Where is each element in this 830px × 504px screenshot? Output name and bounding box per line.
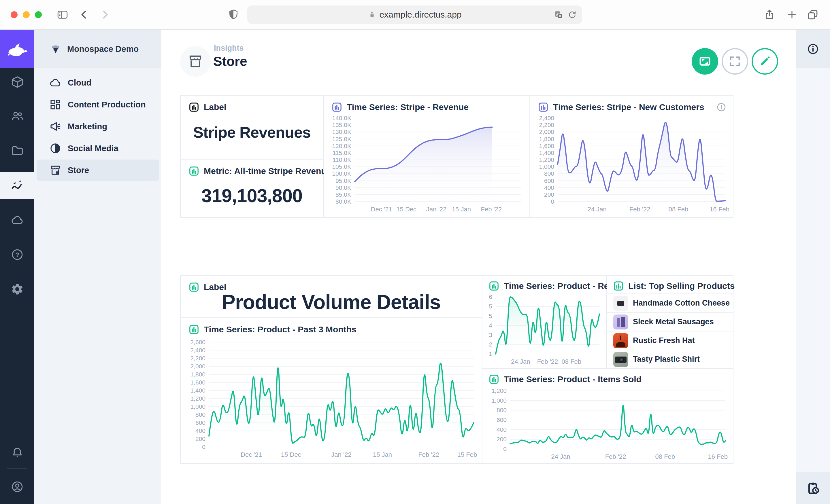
sidebar-toggle-icon[interactable]: [56, 9, 69, 21]
pie-chart-icon: [49, 142, 61, 155]
module-content[interactable]: [0, 68, 34, 96]
panel-info-icon[interactable]: [716, 102, 727, 112]
svg-text:400: 400: [195, 427, 205, 434]
megaphone-icon: [49, 121, 61, 132]
svg-text:95.0K: 95.0K: [336, 177, 351, 184]
cloud-icon: [49, 77, 61, 89]
panel-title: Metric: All-time Stripe Revenues: [204, 166, 336, 176]
svg-text:15 Feb: 15 Feb: [457, 451, 477, 458]
sidebar-item-cloud[interactable]: Cloud: [37, 72, 159, 93]
svg-text:5: 5: [489, 312, 492, 319]
module-insights[interactable]: [0, 172, 34, 199]
share-icon[interactable]: [763, 8, 776, 21]
list-item-product[interactable]: Tasty Plastic Shirt: [607, 349, 733, 368]
metric-value: 319,103,800: [181, 185, 323, 206]
module-settings[interactable]: [0, 275, 34, 303]
breadcrumb[interactable]: Insights: [214, 44, 244, 53]
account-button[interactable]: [0, 473, 34, 501]
fullscreen-button[interactable]: [722, 48, 748, 75]
panel-time-series-past-3-months[interactable]: Time Series: Product - Past 3 Months 2,6…: [181, 318, 482, 463]
tab-overview-icon[interactable]: [806, 8, 819, 21]
panel-type-icon: [538, 101, 549, 113]
activity-log-button[interactable]: [796, 472, 830, 504]
shield-icon[interactable]: [227, 8, 240, 21]
new-tab-icon[interactable]: [786, 9, 798, 21]
panel-metric-all-time-revenues[interactable]: Metric: All-time Stripe Revenues 319,103…: [181, 160, 323, 217]
insights-icon: [11, 179, 24, 192]
label-text: Stripe Revenues: [181, 123, 323, 141]
sidebar-item-social-media[interactable]: Social Media: [37, 138, 159, 159]
list-item-product[interactable]: Rustic Fresh Hat: [607, 331, 733, 349]
panel-time-series-new-customers[interactable]: Time Series: Stripe - New Customers 2,40…: [530, 96, 733, 217]
panel-time-series-items-sold[interactable]: Time Series: Product - Items Sold 1,2001…: [482, 369, 733, 463]
window-minimize-button[interactable]: [23, 11, 30, 18]
sidebar-item-store[interactable]: Store: [37, 160, 159, 181]
module-user-directory[interactable]: [0, 102, 34, 130]
product-thumbnail: [613, 333, 628, 348]
panel-label-stripe-revenues[interactable]: Label Stripe Revenues: [181, 96, 323, 159]
gear-icon: [11, 282, 24, 296]
project-header[interactable]: Monospace Demo: [34, 30, 161, 68]
svg-text:3: 3: [489, 332, 492, 338]
panel-time-series-restocks[interactable]: Time Series: Product - Restocks 65543212…: [482, 276, 606, 368]
screen: example.directus.app A: [0, 0, 830, 504]
svg-text:1,800: 1,800: [190, 371, 205, 377]
pencil-icon: [759, 55, 771, 68]
notifications-button[interactable]: [0, 439, 34, 467]
list-item-product[interactable]: Sleek Metal Sausages: [607, 312, 733, 331]
svg-text:Feb '22: Feb '22: [605, 453, 626, 460]
svg-text:0: 0: [551, 198, 554, 205]
help-icon: ?: [11, 248, 24, 261]
svg-text:0: 0: [202, 443, 205, 450]
label-text: Product Volume Details: [181, 291, 482, 314]
fullscreen-icon: [729, 55, 741, 68]
svg-text:Dec '21: Dec '21: [371, 206, 392, 213]
panel-list-top-selling-products[interactable]: List: Top Selling Products Handmade Cott…: [607, 276, 733, 368]
cloud-icon: [11, 213, 24, 227]
svg-text:200: 200: [195, 435, 205, 442]
svg-text:1,200: 1,200: [539, 156, 554, 163]
svg-text:1,000: 1,000: [539, 163, 554, 170]
folder-icon: [11, 144, 24, 157]
svg-text:1,800: 1,800: [539, 136, 554, 142]
page-icon-badge: [180, 46, 211, 77]
sidebar-item-marketing[interactable]: Marketing: [37, 116, 159, 137]
dashboard-grid-icon: [49, 99, 61, 110]
window-zoom-button[interactable]: [35, 11, 42, 18]
module-file-library[interactable]: [0, 137, 34, 164]
zoom-to-fit-button[interactable]: [692, 48, 718, 75]
svg-text:08 Feb: 08 Feb: [656, 453, 675, 460]
panel-time-series-stripe-revenue[interactable]: Time Series: Stripe - Revenue 140.0K135.…: [324, 96, 530, 217]
lock-icon: [368, 10, 376, 19]
svg-text:1,400: 1,400: [539, 149, 554, 156]
list-item-product[interactable]: Handmade Cotton Cheese: [607, 294, 733, 312]
dashboard-row-1: Label Stripe Revenues Metric: All-time S…: [180, 95, 733, 218]
url-text: example.directus.app: [379, 10, 461, 20]
edit-dashboard-button[interactable]: [752, 48, 778, 75]
panel-title: Time Series: Stripe - New Customers: [553, 102, 704, 112]
svg-text:16 Feb: 16 Feb: [709, 206, 729, 213]
svg-text:Dec '21: Dec '21: [241, 451, 262, 458]
svg-text:800: 800: [497, 407, 507, 413]
svg-text:2,400: 2,400: [539, 114, 554, 121]
sidebar-item-content-production[interactable]: Content Production: [37, 94, 159, 115]
product-thumbnail: [613, 296, 628, 311]
svg-text:1,600: 1,600: [190, 379, 205, 385]
product-name: Sleek Metal Sausages: [633, 317, 714, 326]
module-help[interactable]: ?: [0, 241, 34, 268]
svg-text:200: 200: [544, 191, 554, 198]
window-close-button[interactable]: [11, 11, 18, 18]
forward-button[interactable]: [99, 9, 111, 21]
translate-icon[interactable]: A: [553, 10, 564, 20]
address-bar[interactable]: example.directus.app A: [247, 5, 582, 24]
reload-icon[interactable]: [567, 10, 577, 20]
svg-text:1,200: 1,200: [190, 395, 205, 402]
module-cloud[interactable]: [0, 206, 34, 234]
svg-text:400: 400: [497, 426, 507, 433]
back-button[interactable]: [78, 9, 90, 21]
info-sidebar-button[interactable]: [796, 30, 830, 68]
stripe-revenue-chart: 140.0K135.0K130.0K125.0K120.0K115.0K110.…: [326, 113, 526, 214]
directus-logo[interactable]: [0, 30, 34, 68]
panel-label-product-volume[interactable]: Label Product Volume Details: [181, 276, 482, 317]
right-sidebar: [796, 30, 830, 504]
